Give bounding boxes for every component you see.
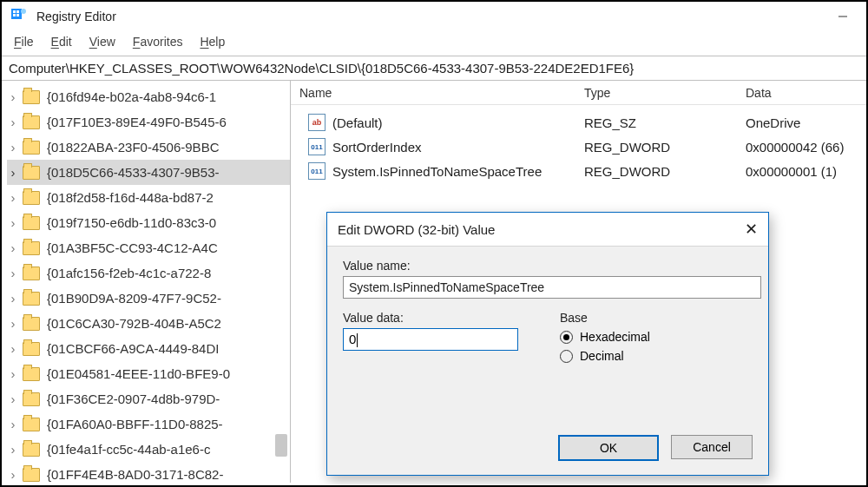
tree-item[interactable]: ›{01A3BF5C-CC93-4C12-A4C: [7, 235, 290, 260]
folder-icon: [23, 115, 40, 129]
dialog-title: Edit DWORD (32-bit) Value: [338, 222, 495, 237]
tree-item[interactable]: ›{01C6CA30-792B-404B-A5C2: [7, 311, 290, 336]
chevron-right-icon: ›: [7, 140, 19, 155]
value-name-field[interactable]: System.IsPinnedToNameSpaceTree: [343, 276, 761, 299]
regedit-icon: [10, 8, 28, 25]
menu-view[interactable]: View: [89, 35, 115, 49]
dialog-close-button[interactable]: ✕: [745, 220, 758, 239]
chevron-right-icon: ›: [7, 165, 19, 180]
address-bar[interactable]: Computer\HKEY_CLASSES_ROOT\WOW6432Node\C…: [2, 56, 866, 81]
tree-item[interactable]: ›{01afc156-f2eb-4c1c-a722-8: [7, 260, 290, 286]
text-caret: [357, 333, 358, 347]
col-header-name[interactable]: Name: [291, 86, 584, 100]
scrollbar-thumb[interactable]: [275, 434, 287, 457]
folder-icon: [23, 468, 40, 482]
tree-item[interactable]: ›{01F36CE2-0907-4d8b-979D-: [7, 386, 290, 411]
tree-item[interactable]: ›{016fd94e-b02a-4ab8-94c6-1: [7, 84, 290, 109]
folder-icon: [23, 342, 40, 356]
tree-item-label: {018D5C66-4533-4307-9B53-: [47, 165, 219, 180]
value-data: OneDrive: [746, 115, 866, 130]
ok-button[interactable]: OK: [558, 435, 659, 461]
tree-item-label: {01822ABA-23F0-4506-9BBC: [47, 140, 219, 155]
chevron-right-icon: ›: [7, 467, 19, 482]
tree-item-label: {01FA60A0-BBFF-11D0-8825-: [47, 417, 223, 431]
tree-item[interactable]: ›{01FF4E4B-8AD0-3171-8C82-: [7, 462, 290, 483]
chevron-right-icon: ›: [7, 341, 19, 356]
folder-icon: [23, 216, 40, 230]
tree-item[interactable]: ›{018D5C66-4533-4307-9B53-: [7, 160, 290, 185]
folder-icon: [23, 292, 40, 306]
col-header-data[interactable]: Data: [746, 86, 866, 100]
value-data-field[interactable]: 0: [343, 328, 518, 351]
tree-item-label: {01E04581-4EEE-11d0-BFE9-0: [47, 366, 230, 381]
folder-icon: [23, 443, 40, 457]
col-header-type[interactable]: Type: [584, 86, 746, 100]
folder-icon: [23, 90, 40, 104]
tree-item-label: {01fe4a1f-cc5c-44ab-a1e6-c: [47, 442, 210, 457]
tree-item[interactable]: ›{019f7150-e6db-11d0-83c3-0: [7, 210, 290, 235]
folder-icon: [23, 367, 40, 381]
value-data-label: Value data:: [343, 311, 518, 325]
minimize-button[interactable]: [823, 3, 863, 30]
tree-item-label: {016fd94e-b02a-4ab8-94c6-1: [47, 89, 216, 104]
tree-item[interactable]: ›{01822ABA-23F0-4506-9BBC: [7, 135, 290, 160]
tree-item-label: {017F10E3-89E4-49F0-B545-6: [47, 115, 227, 129]
list-header: Name Type Data: [291, 81, 866, 105]
folder-icon: [23, 241, 40, 255]
menu-favorites[interactable]: Favorites: [133, 35, 183, 49]
chevron-right-icon: ›: [7, 291, 19, 306]
radio-hexadecimal[interactable]: Hexadecimal: [560, 330, 650, 344]
svg-rect-3: [13, 14, 16, 16]
tree-item[interactable]: ›{01FA60A0-BBFF-11D0-8825-: [7, 411, 290, 437]
tree-item[interactable]: ›{01E04581-4EEE-11d0-BFE9-0: [7, 361, 290, 386]
menu-edit[interactable]: Edit: [51, 35, 72, 49]
value-type: REG_SZ: [584, 115, 746, 130]
chevron-right-icon: ›: [7, 392, 19, 406]
dword-value-icon: 011: [308, 162, 326, 180]
tree-item-label: {018f2d58-f16d-448a-bd87-2: [47, 190, 214, 205]
radio-decimal[interactable]: Decimal: [560, 349, 650, 363]
value-type: REG_DWORD: [584, 164, 746, 179]
value-row[interactable]: 011SortOrderIndexREG_DWORD0x00000042 (66…: [291, 135, 866, 159]
tree-item[interactable]: ›{01CBCF66-A9CA-4449-84DI: [7, 336, 290, 361]
radio-icon: [560, 331, 573, 344]
string-value-icon: ab: [308, 114, 326, 131]
cancel-button[interactable]: Cancel: [671, 435, 753, 459]
folder-icon: [23, 418, 40, 431]
chevron-right-icon: ›: [7, 266, 19, 280]
value-data: 0x00000001 (1): [746, 164, 866, 179]
tree-item-label: {019f7150-e6db-11d0-83c3-0: [47, 215, 216, 230]
app-title: Registry Editor: [36, 10, 116, 23]
folder-icon: [23, 166, 40, 180]
menu-help[interactable]: Help: [200, 35, 225, 49]
folder-icon: [23, 267, 40, 280]
svg-point-5: [21, 9, 26, 14]
value-type: REG_DWORD: [584, 140, 746, 155]
tree-pane: ›{016fd94e-b02a-4ab8-94c6-1›{017F10E3-89…: [2, 81, 291, 483]
folder-icon: [23, 191, 40, 205]
chevron-right-icon: ›: [7, 89, 19, 104]
radio-icon: [560, 350, 573, 363]
base-group-label: Base: [560, 311, 650, 325]
value-row[interactable]: 011System.IsPinnedToNameSpaceTreeREG_DWO…: [291, 159, 866, 183]
tree-item[interactable]: ›{01fe4a1f-cc5c-44ab-a1e6-c: [7, 437, 290, 462]
tree-item[interactable]: ›{01B90D9A-8209-47F7-9C52-: [7, 286, 290, 311]
tree-item[interactable]: ›{017F10E3-89E4-49F0-B545-6: [7, 109, 290, 135]
tree-item-label: {01CBCF66-A9CA-4449-84DI: [47, 341, 219, 356]
tree-item[interactable]: ›{018f2d58-f16d-448a-bd87-2: [7, 185, 290, 210]
tree-item-label: {01C6CA30-792B-404B-A5C2: [47, 316, 221, 331]
menu-file[interactable]: File: [14, 35, 34, 49]
edit-dword-dialog: Edit DWORD (32-bit) Value ✕ Value name: …: [326, 212, 769, 476]
value-name: (Default): [332, 115, 383, 130]
folder-icon: [23, 392, 40, 406]
value-row[interactable]: ab(Default)REG_SZOneDrive: [291, 110, 866, 135]
svg-rect-4: [16, 14, 19, 16]
tree-scrollbar[interactable]: [274, 81, 288, 483]
chevron-right-icon: ›: [7, 240, 19, 255]
value-name: SortOrderIndex: [332, 140, 422, 155]
chevron-right-icon: ›: [7, 215, 19, 230]
svg-rect-2: [16, 10, 19, 13]
registry-editor-window: Registry Editor File Edit View Favorites…: [0, 0, 868, 487]
menubar: File Edit View Favorites Help: [2, 31, 866, 56]
value-data: 0x00000042 (66): [746, 140, 866, 155]
